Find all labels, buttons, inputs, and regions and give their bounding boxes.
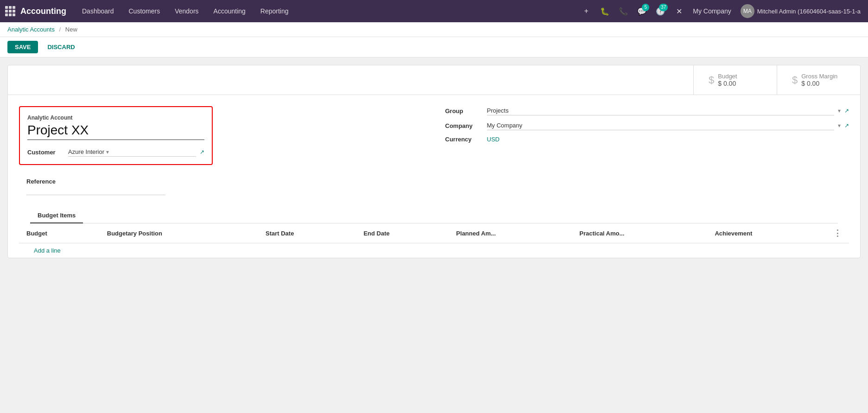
currency-value-wrapper: USD xyxy=(487,136,849,143)
nav-accounting[interactable]: Accounting xyxy=(207,0,252,22)
breadcrumb-current: New xyxy=(65,26,77,33)
col-kebab-header: ⋮ xyxy=(826,223,849,243)
add-line-row: Add a line xyxy=(19,243,849,258)
discard-button[interactable]: DISCARD xyxy=(42,41,80,53)
col-budgetary-position: Budgetary Position xyxy=(100,223,258,243)
reference-label: Reference xyxy=(26,178,423,185)
table-kebab-icon[interactable]: ⋮ xyxy=(833,229,842,238)
budget-label: Budget xyxy=(718,73,737,80)
col-practical-amount: Practical Amo... xyxy=(572,223,707,243)
form-card: $ Budget $ 0.00 $ Gross Margin $ 0.00 xyxy=(7,65,861,258)
avatar: MA xyxy=(741,4,754,18)
nav-dashboard[interactable]: Dashboard xyxy=(76,0,120,22)
customer-row: Customer Azure Interior ▾ ↗ xyxy=(27,147,204,157)
form-left: Analytic Account Project XX Customer Azu… xyxy=(19,106,434,201)
group-label: Group xyxy=(445,108,487,114)
breadcrumb: Analytic Accounts / New xyxy=(0,22,868,37)
group-row: Group Projects ▾ ↗ xyxy=(445,106,849,115)
add-line-button[interactable]: Add a line xyxy=(26,243,68,258)
breadcrumb-parent[interactable]: Analytic Accounts xyxy=(7,26,55,33)
action-bar: SAVE DISCARD xyxy=(0,37,868,57)
company-row: Company My Company ▾ ↗ xyxy=(445,121,849,130)
group-value: Projects xyxy=(487,106,835,115)
budget-stat[interactable]: $ Budget $ 0.00 xyxy=(693,65,777,95)
gross-margin-value: $ 0.00 xyxy=(801,80,837,87)
app-grid-icon[interactable] xyxy=(4,5,17,18)
currency-row: Currency USD xyxy=(445,136,849,143)
table-header-row: Budget Budgetary Position Start Date End… xyxy=(19,223,849,243)
gross-margin-dollar-icon: $ xyxy=(792,74,798,86)
account-name-input[interactable]: Project XX xyxy=(27,123,204,140)
customer-external-link[interactable]: ↗ xyxy=(200,149,204,155)
col-planned-amount: Planned Am... xyxy=(449,223,572,243)
company-value-wrapper: My Company ▾ ↗ xyxy=(487,121,849,130)
highlighted-section: Analytic Account Project XX Customer Azu… xyxy=(19,106,213,165)
nav-vendors[interactable]: Vendors xyxy=(168,0,205,22)
gross-margin-label: Gross Margin xyxy=(801,73,837,80)
reference-input[interactable] xyxy=(26,187,165,195)
app-title: Accounting xyxy=(20,6,66,16)
col-achievement: Achievement xyxy=(707,223,826,243)
form-columns: Analytic Account Project XX Customer Azu… xyxy=(19,106,849,201)
close-icon[interactable]: ✕ xyxy=(671,3,687,19)
customer-value: Azure Interior xyxy=(68,148,104,155)
add-button[interactable]: + xyxy=(578,3,595,19)
group-external-link[interactable]: ↗ xyxy=(844,108,849,114)
form-body: Analytic Account Project XX Customer Azu… xyxy=(8,95,860,258)
customer-label: Customer xyxy=(27,149,64,156)
clock-icon[interactable]: 🕜 37 xyxy=(652,3,669,19)
budget-dollar-icon: $ xyxy=(709,74,714,86)
main-content: $ Budget $ 0.00 $ Gross Margin $ 0.00 xyxy=(0,57,868,266)
currency-value[interactable]: USD xyxy=(487,136,500,143)
company-external-link[interactable]: ↗ xyxy=(844,122,849,129)
group-value-wrapper: Projects ▾ ↗ xyxy=(487,106,849,115)
currency-label: Currency xyxy=(445,136,487,143)
budget-value: $ 0.00 xyxy=(718,80,737,87)
chat-badge: 5 xyxy=(642,4,649,11)
phone-icon[interactable]: 📞 xyxy=(615,3,632,19)
breadcrumb-separator: / xyxy=(59,26,61,33)
user-name: Mitchell Admin (16604604-saas-15-1-a xyxy=(757,8,861,15)
save-button[interactable]: SAVE xyxy=(7,41,38,53)
form-right: Group Projects ▾ ↗ Company My Company ▾ … xyxy=(434,106,849,201)
gross-margin-stat[interactable]: $ Gross Margin $ 0.00 xyxy=(777,65,860,95)
company-dropdown-arrow: ▾ xyxy=(838,122,841,129)
chat-icon[interactable]: 💬 5 xyxy=(634,3,650,19)
stat-bar: $ Budget $ 0.00 $ Gross Margin $ 0.00 xyxy=(8,65,860,95)
top-navigation: Accounting Dashboard Customers Vendors A… xyxy=(0,0,868,22)
customer-value-wrapper: Azure Interior ▾ xyxy=(68,147,196,157)
col-end-date: End Date xyxy=(356,223,449,243)
group-dropdown-arrow: ▾ xyxy=(838,108,841,114)
nav-customers[interactable]: Customers xyxy=(122,0,167,22)
tabs-bar: Budget Items xyxy=(30,208,838,223)
nav-reporting[interactable]: Reporting xyxy=(254,0,295,22)
user-menu[interactable]: MA Mitchell Admin (16604604-saas-15-1-a xyxy=(737,4,864,18)
company-switcher[interactable]: My Company xyxy=(689,7,735,15)
customer-dropdown-arrow: ▾ xyxy=(106,149,109,155)
reference-field: Reference xyxy=(26,178,423,195)
bug-icon[interactable]: 🐛 xyxy=(596,3,613,19)
budget-table: Budget Budgetary Position Start Date End… xyxy=(19,223,849,258)
analytic-account-label: Analytic Account xyxy=(27,114,204,121)
tab-budget-items[interactable]: Budget Items xyxy=(30,208,83,223)
col-start-date: Start Date xyxy=(258,223,356,243)
company-value: My Company xyxy=(487,121,835,130)
company-label: Company xyxy=(445,122,487,129)
clock-badge: 37 xyxy=(659,4,668,11)
col-budget: Budget xyxy=(19,223,100,243)
